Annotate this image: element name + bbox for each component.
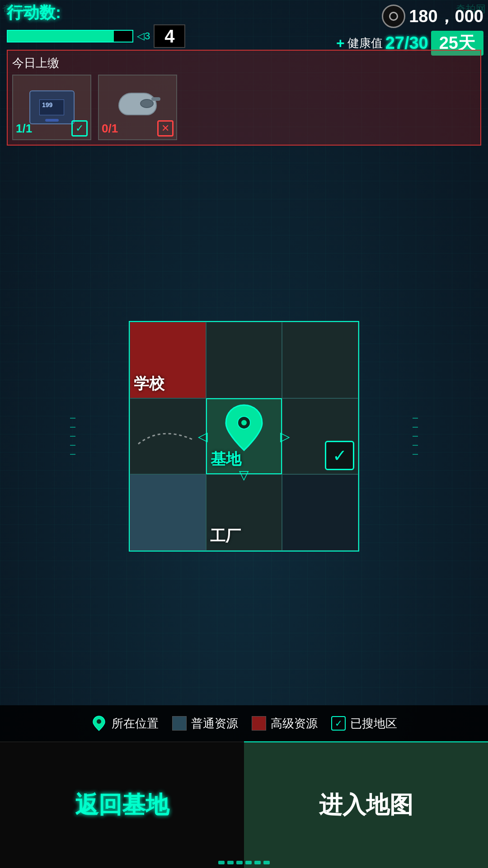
score-inner-ring [389, 12, 398, 21]
item1-count-row: 1/1 ✓ [16, 120, 88, 137]
dot-3 [236, 861, 243, 864]
tick-r3 [413, 436, 418, 437]
tick-r1 [413, 418, 418, 419]
tick-5 [70, 454, 75, 455]
dot-6 [263, 861, 270, 864]
legend-searched-area: ✓ 已搜地区 [331, 716, 397, 731]
legend-pin-svg [93, 716, 105, 731]
score-icon [382, 5, 405, 28]
arrow-right[interactable]: ▷ [280, 429, 290, 443]
svg-point-1 [241, 420, 247, 425]
location-pin [224, 403, 264, 454]
action-progress-row: ◁3 4 [7, 24, 215, 48]
score-display: 180，000 [382, 5, 483, 28]
map-area: 学校 基地 ◁ ▷ ▽ [0, 131, 488, 741]
svg-point-2 [97, 719, 101, 724]
submission-title: 今日上缴 [12, 55, 476, 71]
action-progress-fill [8, 31, 114, 42]
tick-r5 [413, 454, 418, 455]
map-cell-mid-right[interactable]: ✓ [282, 398, 358, 475]
mask-item-visual [115, 93, 160, 122]
return-base-label: 返回基地 [75, 789, 169, 821]
submission-item-device[interactable]: 1/1 ✓ [12, 75, 91, 140]
submission-item-mask[interactable]: 0/1 ✕ [98, 75, 177, 140]
legend-advanced-text: 高级资源 [271, 716, 318, 731]
action-progress-bg [7, 30, 133, 42]
dot-2 [227, 861, 234, 864]
item2-count: 0/1 [102, 122, 118, 136]
map-cell-mid-left[interactable] [130, 398, 206, 475]
legend-normal-text: 普通资源 [191, 716, 238, 731]
item1-count: 1/1 [16, 122, 32, 136]
mask-strap [151, 97, 160, 101]
legend-location-text: 所在位置 [112, 716, 159, 731]
map-cell-school[interactable]: 学校 [130, 322, 206, 398]
legend-searched-text: 已搜地区 [350, 716, 397, 731]
bottom-buttons: 返回基地 进入地图 [0, 741, 488, 868]
health-plus: + [336, 35, 345, 52]
map-cell-top-mid[interactable] [206, 322, 282, 398]
school-label: 学校 [134, 373, 164, 394]
visited-check-icon: ✓ [333, 446, 347, 466]
bottom-dots [218, 861, 270, 864]
map-cell-base[interactable]: 基地 ◁ ▷ ▽ [206, 398, 282, 475]
pin-svg [224, 403, 264, 453]
device-item-visual [29, 90, 75, 124]
item1-check-icon: ✓ [71, 120, 88, 137]
arrow-left[interactable]: ◁ [198, 429, 208, 443]
visited-check: ✓ [325, 441, 354, 470]
health-label: 健康值 [347, 35, 383, 51]
legend-pin-icon [91, 715, 107, 731]
map-cell-bot-right[interactable] [282, 474, 358, 551]
dot-4 [245, 861, 252, 864]
top-hud: 行动数: ◁3 4 180，000 + 健康值 27/30 25天 [0, 0, 488, 50]
tick-marks-right [413, 418, 418, 455]
submission-items: 1/1 ✓ 0/1 ✕ [12, 75, 476, 140]
arrow-down[interactable]: ▽ [239, 467, 249, 482]
tick-r4 [413, 445, 418, 446]
action-value: 4 [154, 24, 185, 48]
score-value: 180，000 [409, 5, 483, 28]
submission-panel: 今日上缴 1/1 ✓ [7, 50, 481, 146]
tick-marks-left [70, 418, 75, 455]
tick-4 [70, 445, 75, 446]
dot-1 [218, 861, 225, 864]
legend-normal-resource: 普通资源 [172, 716, 238, 731]
factory-label: 工厂 [210, 526, 241, 547]
tick-1 [70, 418, 75, 419]
tick-3 [70, 436, 75, 437]
dotted-path-svg [134, 421, 202, 458]
enter-map-button[interactable]: 进入地图 [244, 741, 488, 868]
item2-x-icon: ✕ [157, 120, 174, 137]
legend-check-icon: ✓ [331, 716, 346, 731]
dot-5 [254, 861, 261, 864]
tick-2 [70, 427, 75, 428]
return-base-button[interactable]: 返回基地 [0, 741, 244, 868]
device-screen [39, 99, 64, 115]
map-cell-top-right[interactable] [282, 322, 358, 398]
tick-r2 [413, 427, 418, 428]
action-change: ◁3 [137, 30, 150, 42]
action-label: 行动数: [7, 5, 215, 21]
map-cell-factory[interactable]: 工厂 [206, 474, 282, 551]
legend-bar: 所在位置 普通资源 高级资源 ✓ 已搜地区 [0, 705, 488, 741]
legend-location: 所在位置 [91, 715, 159, 731]
map-grid: 学校 基地 ◁ ▷ ▽ [129, 321, 359, 552]
action-bar: 行动数: ◁3 4 [7, 5, 215, 45]
enter-map-label: 进入地图 [319, 789, 413, 821]
mask-body [118, 93, 157, 115]
item2-count-row: 0/1 ✕ [102, 120, 174, 137]
legend-advanced-resource: 高级资源 [252, 716, 318, 731]
legend-teal-square [172, 716, 187, 731]
map-cell-bot-left[interactable] [130, 474, 206, 551]
legend-red-square [252, 716, 266, 731]
